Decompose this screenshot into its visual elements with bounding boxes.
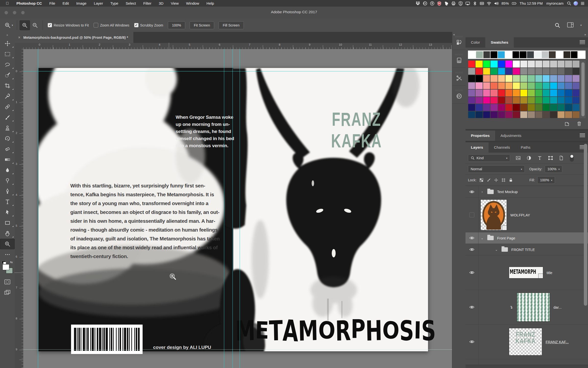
swatch[interactable] [498, 68, 505, 75]
recent-swatch[interactable] [483, 51, 490, 58]
recent-swatch[interactable] [476, 51, 483, 58]
swatch[interactable] [498, 89, 505, 97]
swatch[interactable] [490, 104, 498, 111]
swatch[interactable] [550, 89, 557, 97]
guide-vertical[interactable] [38, 49, 38, 368]
swatch[interactable] [542, 89, 550, 97]
swatch[interactable] [550, 104, 557, 111]
swatch[interactable] [475, 104, 483, 111]
swatch[interactable] [490, 97, 498, 104]
swatch[interactable] [490, 89, 498, 97]
swatch[interactable] [490, 75, 498, 82]
layers-tab-channels[interactable]: Channels [489, 142, 515, 153]
panel-menu-icon[interactable] [580, 133, 585, 137]
swatch[interactable] [557, 60, 565, 68]
menu-type[interactable]: Type [107, 1, 122, 5]
swatch[interactable] [527, 89, 535, 97]
swatch[interactable] [498, 104, 505, 111]
eye-icon[interactable] [469, 236, 475, 240]
swatch[interactable] [542, 68, 550, 75]
swatch[interactable] [542, 82, 550, 90]
swatch[interactable] [535, 60, 542, 68]
layer-visibility[interactable] [466, 290, 478, 324]
window-minimize-button[interactable] [13, 11, 16, 14]
brush-tool[interactable] [0, 112, 15, 123]
quick-select-tool[interactable] [0, 70, 15, 80]
guide-horizontal[interactable] [23, 71, 452, 71]
swatch[interactable] [527, 60, 535, 68]
marquee-tool[interactable] [0, 49, 15, 59]
menu-user[interactable]: myroncam [546, 1, 564, 5]
swatch[interactable] [483, 68, 490, 75]
layer-visibility[interactable] [466, 232, 478, 244]
swatch[interactable] [572, 89, 580, 97]
swatch[interactable] [483, 82, 490, 90]
properties-tab-properties[interactable]: Properties [466, 131, 495, 141]
swatch[interactable] [535, 97, 542, 104]
panel-menu-icon[interactable] [580, 40, 585, 44]
swatch[interactable] [565, 68, 572, 75]
recent-swatch[interactable] [542, 51, 549, 58]
layer-visibility[interactable] [466, 325, 478, 359]
swatch[interactable] [505, 104, 513, 111]
chevron-right-icon[interactable]: › [480, 190, 484, 194]
swatch[interactable] [572, 82, 580, 90]
swatch[interactable] [565, 82, 572, 90]
zoom-tool-preset[interactable]: ▾ [0, 22, 14, 28]
swatch[interactable] [520, 75, 527, 82]
properties-tab-adjustments[interactable]: Adjustments [495, 131, 527, 141]
pen-tool[interactable] [0, 186, 15, 197]
fill-screen-button[interactable]: Fill Screen [219, 21, 244, 29]
airplay-icon[interactable] [465, 1, 470, 6]
layer-visibility[interactable] [466, 186, 478, 197]
swatch[interactable] [490, 82, 498, 90]
dropbox-icon[interactable] [416, 1, 420, 6]
swatch[interactable] [550, 75, 557, 82]
swatch[interactable] [565, 97, 572, 104]
dock-expand-icon[interactable]: » [584, 33, 586, 36]
printer-icon[interactable] [451, 1, 456, 6]
menu-window[interactable]: Window [182, 1, 203, 5]
screen-mode-button[interactable] [0, 287, 15, 298]
swatch[interactable] [565, 111, 572, 118]
swatch[interactable] [468, 111, 475, 118]
guide-vertical[interactable] [224, 49, 224, 368]
swatch[interactable] [550, 82, 557, 90]
swatch[interactable] [520, 82, 527, 90]
layer-row[interactable]: FRANZKAFKAFRANZ KAF... [466, 325, 588, 359]
recent-swatch[interactable] [534, 51, 541, 58]
recent-swatch[interactable] [513, 51, 519, 58]
shape-tool[interactable] [0, 218, 15, 228]
swatch[interactable] [513, 104, 520, 111]
recent-swatch[interactable] [527, 51, 534, 58]
swatch[interactable] [498, 111, 505, 118]
layer-visibility[interactable] [466, 198, 478, 232]
layer-row[interactable]: ↴dar... [466, 290, 588, 325]
recent-swatch[interactable] [490, 51, 497, 58]
layer-row[interactable]: ⌄Front Page [466, 232, 588, 244]
swatch[interactable] [535, 82, 542, 90]
swatch[interactable] [513, 82, 520, 90]
filter-toggle[interactable] [570, 154, 574, 162]
search-icon[interactable] [554, 22, 560, 28]
checkbox-zoom-all-windows[interactable]: Zoom All Windows [94, 23, 129, 27]
swatch[interactable] [527, 104, 535, 111]
layer-name[interactable]: dar... [553, 305, 562, 309]
swatch[interactable] [498, 75, 505, 82]
delete-swatch-icon[interactable] [576, 121, 582, 127]
menu-file[interactable]: File [46, 1, 59, 5]
gradient-tool[interactable] [0, 154, 15, 165]
swatch[interactable] [520, 89, 527, 97]
new-swatch-icon[interactable] [564, 121, 570, 127]
history-brush-tool[interactable] [0, 133, 15, 144]
keyboard-icon[interactable] [479, 1, 484, 6]
canvas-area[interactable]: When Gregor Samsa wokeup one morning fro… [23, 49, 452, 368]
guide-horizontal[interactable] [23, 349, 452, 350]
eye-icon[interactable] [469, 190, 475, 194]
layer-visibility[interactable] [466, 244, 478, 255]
window-zoom-button[interactable] [21, 11, 25, 14]
menu-filter[interactable]: Filter [140, 1, 155, 5]
evernote-icon[interactable] [444, 1, 449, 6]
chevron-down-icon[interactable]: ⌄ [495, 248, 498, 251]
swatch[interactable] [483, 89, 490, 97]
